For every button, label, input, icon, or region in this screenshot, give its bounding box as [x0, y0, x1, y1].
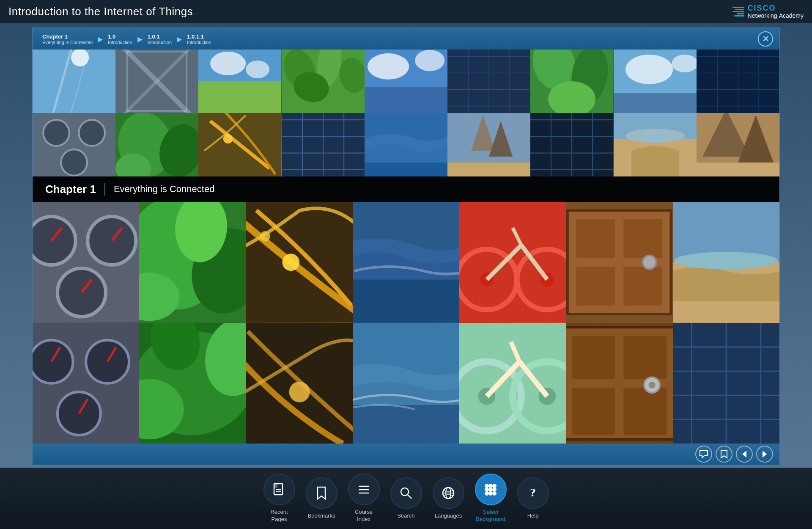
- image-cell-14[interactable]: [447, 113, 530, 176]
- svg-rect-111: [576, 267, 615, 306]
- svg-point-10: [210, 52, 246, 75]
- svg-point-165: [401, 488, 409, 496]
- toolbar-item-course-index[interactable]: CourseIndex: [348, 474, 380, 523]
- app-title: Introduction to the Internet of Things: [8, 5, 193, 18]
- cisco-bars-icon: [732, 7, 744, 17]
- image-cell-5[interactable]: [447, 50, 530, 113]
- image-cell-b3[interactable]: [353, 202, 459, 323]
- svg-point-78: [625, 129, 685, 143]
- image-cell-9[interactable]: [33, 113, 115, 176]
- toolbar-item-help[interactable]: ? Help: [517, 477, 549, 520]
- breadcrumb-item-1[interactable]: 1.0 Introduction: [104, 33, 135, 45]
- svg-point-35: [625, 55, 673, 84]
- breadcrumb-sub-0: Everything is Connected: [42, 40, 93, 45]
- image-cell-15[interactable]: [530, 113, 613, 176]
- recent-pages-icon-circle: [263, 474, 295, 505]
- course-index-icon-circle: [348, 474, 380, 505]
- select-background-label: SelectBackground: [476, 509, 505, 523]
- close-button[interactable]: ✕: [758, 31, 773, 47]
- next-button[interactable]: [756, 446, 773, 463]
- image-cell-b0[interactable]: [33, 202, 139, 323]
- image-cell-b7[interactable]: [33, 323, 139, 444]
- image-cell-b6[interactable]: [673, 202, 779, 323]
- svg-rect-18: [365, 87, 447, 113]
- breadcrumb-main-2: 1.0.1: [148, 33, 172, 40]
- cisco-name: CISCO: [748, 4, 804, 13]
- svg-point-176: [492, 488, 497, 492]
- svg-point-173: [492, 491, 497, 496]
- bottom-toolbar: RecentPages Bookmarks CourseIndex: [0, 468, 812, 529]
- chapter-title: Everything is Connected: [114, 184, 214, 195]
- svg-marker-157: [763, 451, 767, 457]
- breadcrumb-item-3[interactable]: 1.0.1.1 Introduction: [184, 33, 214, 45]
- breadcrumb-arrow-1: ▶: [137, 35, 143, 43]
- svg-rect-65: [447, 163, 530, 176]
- svg-text:?: ?: [530, 486, 536, 499]
- bottom-nav-bar: [33, 444, 779, 465]
- help-icon-circle: ?: [517, 477, 549, 509]
- image-cell-13[interactable]: [365, 113, 447, 176]
- svg-point-118: [33, 340, 73, 383]
- svg-rect-144: [572, 387, 615, 435]
- image-cell-b13[interactable]: [673, 323, 779, 444]
- image-cell-b5[interactable]: [566, 202, 672, 323]
- image-cell-b9[interactable]: [246, 323, 353, 444]
- chapter-title-bar: Chapter 1 Everything is Connected: [33, 176, 779, 202]
- image-cell-1[interactable]: [115, 50, 198, 113]
- prev-button[interactable]: [736, 446, 753, 463]
- image-cell-b11[interactable]: [459, 323, 566, 444]
- toolbar-item-languages[interactable]: Languages: [433, 477, 464, 520]
- image-cell-12[interactable]: [282, 113, 365, 176]
- breadcrumb-bar: Chapter 1 Everything is Connected ▶ 1.0 …: [33, 28, 779, 50]
- image-cell-2[interactable]: [198, 50, 281, 113]
- image-cell-16[interactable]: [614, 113, 697, 176]
- breadcrumb-item-0[interactable]: Chapter 1 Everything is Connected: [39, 33, 96, 45]
- languages-label: Languages: [435, 512, 462, 520]
- toolbar-item-search[interactable]: Search: [390, 477, 422, 520]
- svg-point-172: [485, 491, 489, 496]
- image-cell-b2[interactable]: [246, 202, 353, 323]
- recent-pages-label: RecentPages: [270, 509, 288, 523]
- breadcrumb-arrow-2: ▶: [177, 35, 182, 43]
- cisco-division: Networking: [748, 13, 777, 19]
- svg-point-47: [79, 120, 105, 146]
- svg-point-96: [282, 253, 299, 271]
- image-cell-b10[interactable]: [353, 323, 459, 444]
- search-icon-circle: [390, 477, 422, 509]
- image-cell-b8[interactable]: [139, 323, 246, 444]
- breadcrumb-main-0: Chapter 1: [42, 33, 93, 40]
- bookmark-nav-button[interactable]: [716, 446, 732, 463]
- breadcrumb-label-3: 1.0.1.1 Introduction: [187, 33, 211, 45]
- svg-point-19: [368, 53, 409, 80]
- image-cell-6[interactable]: [530, 50, 613, 113]
- help-label: Help: [527, 512, 539, 520]
- image-cell-17[interactable]: [697, 113, 779, 176]
- image-cell-b1[interactable]: [139, 202, 246, 323]
- image-cell-10[interactable]: [115, 113, 198, 176]
- svg-point-130: [289, 381, 310, 402]
- image-cell-0[interactable]: [33, 50, 115, 113]
- breadcrumb-sub-3: Introduction: [187, 40, 211, 45]
- image-cell-4[interactable]: [365, 50, 447, 113]
- image-cell-8[interactable]: [697, 50, 779, 113]
- breadcrumb-arrow-0: ▶: [98, 35, 103, 43]
- svg-rect-159: [274, 484, 277, 488]
- image-cell-7[interactable]: [614, 50, 697, 113]
- cisco-text: CISCO Networking Academy: [748, 4, 804, 19]
- chapter-number: Chapter 1: [45, 183, 96, 196]
- toolbar-item-select-background[interactable]: SelectBackground: [475, 474, 507, 523]
- cisco-bar-5: [734, 15, 744, 17]
- image-cell-b12[interactable]: [566, 323, 672, 444]
- image-cell-3[interactable]: [282, 50, 365, 113]
- image-cell-b4[interactable]: [459, 202, 566, 323]
- toolbar-item-recent-pages[interactable]: RecentPages: [263, 474, 295, 523]
- comment-button[interactable]: [695, 446, 712, 463]
- svg-line-166: [408, 495, 411, 499]
- top-header: Introduction to the Internet of Things C…: [0, 0, 812, 23]
- bookmarks-label: Bookmarks: [307, 512, 335, 520]
- svg-point-175: [485, 488, 489, 492]
- breadcrumb-item-2[interactable]: 1.0.1 Introduction: [144, 33, 175, 45]
- toolbar-item-bookmarks[interactable]: Bookmarks: [306, 477, 337, 520]
- svg-rect-142: [572, 336, 615, 379]
- image-cell-11[interactable]: [198, 113, 281, 176]
